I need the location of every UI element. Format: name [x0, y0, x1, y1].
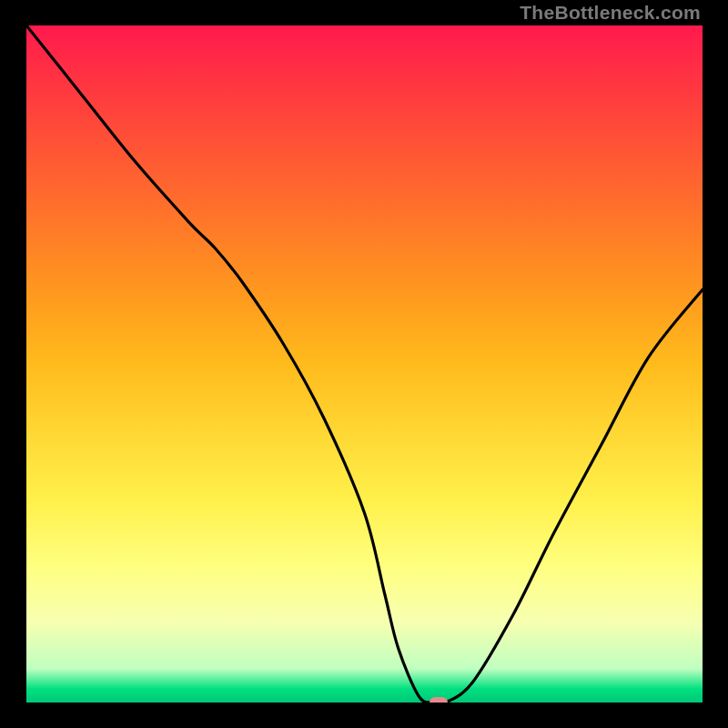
bottleneck-curve-path: [26, 25, 703, 703]
watermark-text: TheBottleneck.com: [520, 2, 701, 24]
optimal-point-marker: [430, 697, 448, 703]
curve-svg: [26, 25, 703, 703]
chart-frame: TheBottleneck.com: [0, 0, 728, 728]
plot-area: [26, 25, 703, 703]
